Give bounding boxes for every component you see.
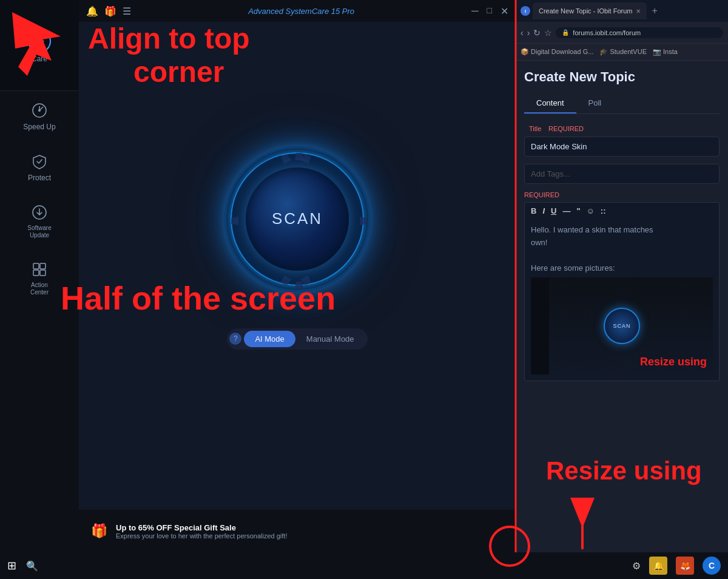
close-button[interactable]: ✕	[500, 5, 508, 17]
svg-rect-9	[40, 270, 46, 276]
softwareupdate-icon	[31, 204, 48, 221]
bookmark-button[interactable]: ☆	[544, 28, 552, 38]
browser-nav: ‹ › ↻ ☆ 🔒 forums.iobit.com/forum	[516, 22, 728, 44]
sidebar-item-speedup[interactable]: Speed Up	[0, 91, 79, 142]
tab-close-button[interactable]: ✕	[636, 8, 641, 15]
bold-button[interactable]: B	[531, 206, 536, 215]
svg-rect-6	[33, 263, 39, 269]
promo-gift-icon: 🎁	[91, 523, 107, 539]
taskbar-app-icon-1[interactable]: 🦊	[676, 557, 694, 575]
menu-icon[interactable]: ☰	[123, 5, 131, 17]
window-title: Advanced SystemCare 15 Pro	[131, 7, 471, 16]
settings-taskbar-icon[interactable]: ⚙	[632, 560, 641, 572]
editor-body[interactable]: Hello. I wanted a skin that matches own!…	[524, 219, 720, 381]
maximize-button[interactable]: □	[487, 5, 492, 17]
taskbar-notification-icon[interactable]: 🔔	[649, 557, 667, 575]
tab-content[interactable]: Content	[524, 93, 576, 113]
screenshot-preview: SCAN Resize using	[531, 277, 713, 374]
refresh-button[interactable]: ↻	[533, 28, 541, 38]
mode-buttons: ? AI Mode Manual Mode	[227, 328, 367, 350]
title-field-label: Title REQUIRED	[524, 124, 720, 133]
editor-line3	[531, 251, 713, 260]
promo-title: Up to 65% OFF Special Gift Sale	[116, 523, 287, 532]
url-text: forums.iobit.com/forum	[573, 29, 641, 36]
italic-button[interactable]: I	[542, 206, 545, 215]
bookmark-digital[interactable]: 📦 Digital Download G...	[521, 48, 593, 56]
softwareupdate-label: SoftwareUpdate	[27, 225, 51, 239]
actioncenter-label: ActionCenter	[30, 282, 49, 296]
url-bar[interactable]: 🔒 forums.iobit.com/forum	[556, 27, 723, 38]
forum-page-title: Create New Topic	[524, 69, 720, 85]
bookmark-insta[interactable]: 📷 Insta	[653, 48, 678, 56]
scan-container: SCAN ? AI Mode Manual Mode	[224, 146, 370, 350]
editor-line2: own!	[531, 238, 713, 247]
table-button[interactable]: ::	[601, 206, 606, 215]
bookmarks-bar: 📦 Digital Download G... 🎓 StudentVUE 📷 I…	[516, 44, 728, 61]
app-content: SCAN ? AI Mode Manual Mode	[79, 22, 516, 510]
forum-tabs: Content Poll	[524, 93, 720, 114]
quote-button[interactable]: "	[576, 206, 580, 215]
protect-icon	[31, 153, 48, 170]
promo-subtitle: Express your love to her with the perfec…	[116, 532, 287, 540]
svg-point-4	[38, 109, 41, 112]
content-required-label: REQUIRED	[524, 191, 720, 198]
mode-help-button[interactable]: ?	[229, 333, 241, 345]
sidebar-top: Care	[0, 0, 79, 91]
browser-tab[interactable]: Create New Topic - IObit Forum ✕	[533, 2, 647, 19]
manual-mode-button[interactable]: Manual Mode	[295, 331, 365, 347]
taskbar: ⊞ 🔍 ⚙ 🔔 🦊 C	[0, 552, 728, 579]
sidebar-item-protect[interactable]: Protect	[0, 142, 79, 193]
promo-info: Up to 65% OFF Special Gift Sale Express …	[116, 523, 287, 540]
mini-scan-button: SCAN	[604, 308, 640, 344]
speedup-icon	[31, 102, 48, 119]
forward-button[interactable]: ›	[527, 28, 530, 38]
minimize-button[interactable]: ─	[471, 5, 478, 17]
editor-toolbar: B I U — " ☺ ::	[524, 202, 720, 219]
bell-icon[interactable]: 🔔	[86, 5, 98, 17]
title-input[interactable]	[524, 137, 720, 157]
ai-mode-button[interactable]: AI Mode	[244, 331, 295, 347]
editor-line1: Hello. I wanted a skin that matches	[531, 225, 713, 234]
speedup-label: Speed Up	[23, 123, 55, 131]
mini-app-preview: SCAN Resize using	[531, 277, 713, 374]
sidebar-item-actioncenter[interactable]: ActionCenter	[0, 250, 79, 307]
care-label: Care	[32, 55, 47, 63]
sidebar-item-softwareupdate[interactable]: SoftwareUpdate	[0, 193, 79, 250]
back-button[interactable]: ‹	[521, 28, 524, 38]
bookmark-student[interactable]: 🎓 StudentVUE	[599, 48, 647, 56]
care-icon	[26, 28, 53, 55]
browser-tab-title: Create New Topic - IObit Forum	[539, 7, 632, 15]
taskbar-right: ⚙ 🔔 🦊 C	[632, 557, 721, 575]
start-button[interactable]: ⊞	[7, 559, 16, 572]
gift-icon[interactable]: 🎁	[104, 5, 116, 17]
scan-inner: SCAN	[246, 168, 349, 271]
resize-annotation: Resize using	[640, 356, 707, 368]
actioncenter-icon	[31, 261, 48, 278]
editor-line4: Here are some pictures:	[531, 263, 713, 273]
mini-sidebar	[531, 277, 549, 374]
app-window: 🔔 🎁 ☰ Advanced SystemCare 15 Pro ─ □ ✕	[79, 0, 516, 552]
svg-rect-8	[33, 270, 39, 276]
svg-rect-7	[40, 263, 46, 269]
window-controls: ─ □ ✕	[471, 5, 508, 17]
scan-button[interactable]: SCAN	[224, 146, 370, 292]
protect-label: Protect	[28, 174, 51, 182]
browser-tab-bar: i Create New Topic - IObit Forum ✕ +	[516, 0, 728, 22]
scan-label: SCAN	[272, 209, 323, 228]
tab-poll[interactable]: Poll	[576, 93, 614, 113]
link-button[interactable]: —	[562, 206, 570, 215]
new-tab-button[interactable]: +	[652, 5, 657, 16]
tags-placeholder: Add Tags...	[531, 169, 570, 178]
forum-content: Create New Topic Content Poll Title REQU…	[516, 61, 728, 552]
search-button[interactable]: 🔍	[26, 560, 38, 572]
title-bar: 🔔 🎁 ☰ Advanced SystemCare 15 Pro ─ □ ✕	[79, 0, 516, 22]
app-bottom-bar: 🎁 Up to 65% OFF Special Gift Sale Expres…	[79, 510, 516, 552]
tags-input[interactable]: Add Tags...	[524, 164, 720, 184]
browser-panel: i Create New Topic - IObit Forum ✕ + ‹ ›…	[516, 0, 728, 552]
emoji-button[interactable]: ☺	[587, 206, 595, 215]
underline-button[interactable]: U	[551, 206, 556, 215]
taskbar-app-icon-2[interactable]: C	[703, 557, 721, 575]
sidebar: Care Speed Up Protect SoftwareUpdate	[0, 0, 79, 552]
